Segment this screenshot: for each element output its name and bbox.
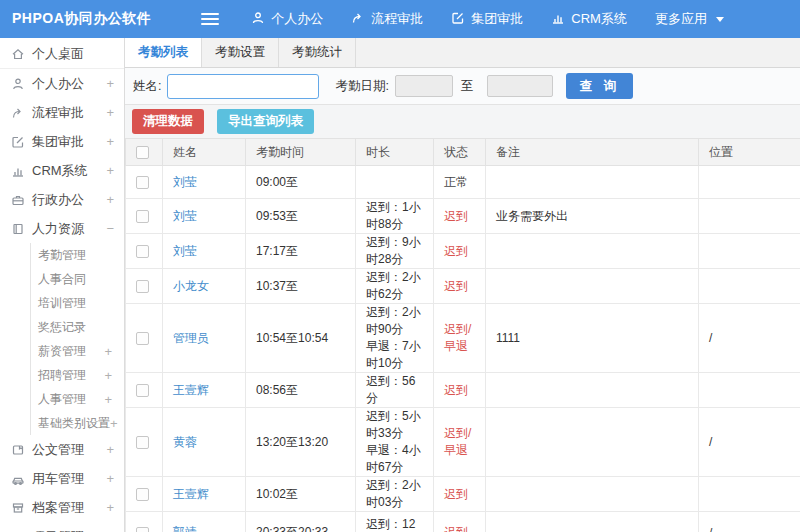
employee-name-link[interactable]: 刘莹 [173, 209, 197, 223]
chart-icon [11, 164, 25, 178]
status-badge: 迟到 [434, 269, 486, 304]
expand-toggle[interactable]: + [104, 392, 112, 407]
nav-group-approval[interactable]: 集团审批 [437, 0, 537, 38]
note-cell [486, 477, 699, 512]
table-row: 管理员 10:54至10:54 迟到：2小时90分早退：7小时10分 迟到/早退… [126, 304, 800, 373]
expand-toggle[interactable]: + [106, 105, 114, 120]
sidebar-item-salary-mgmt[interactable]: 薪资管理+ [31, 339, 124, 363]
clean-data-button[interactable]: 清理数据 [132, 109, 204, 134]
duration-cell: 迟到：56分 [356, 373, 434, 408]
row-checkbox[interactable] [136, 176, 149, 189]
expand-toggle[interactable]: + [104, 344, 112, 359]
nav-label: CRM系统 [571, 10, 627, 28]
expand-toggle[interactable]: + [106, 76, 114, 91]
employee-name-link[interactable]: 王壹辉 [173, 487, 209, 501]
expand-toggle[interactable]: + [106, 442, 114, 457]
col-header-status: 状态 [434, 139, 486, 166]
expand-toggle[interactable]: + [104, 368, 112, 383]
nav-process-approval[interactable]: 流程审批 [337, 0, 437, 38]
query-button[interactable]: 查 询 [566, 73, 632, 99]
nav-more-apps[interactable]: 更多应用 [641, 0, 738, 38]
duration-cell: 迟到：5小时33分早退：4小时67分 [356, 408, 434, 477]
share-icon [11, 106, 25, 120]
location-cell: / [699, 512, 800, 532]
row-checkbox[interactable] [136, 332, 149, 345]
sidebar-item-document-mgmt[interactable]: 公文管理 + [0, 435, 124, 464]
nav-personal-office[interactable]: 个人办公 [237, 0, 337, 38]
sidebar-item-personal-office[interactable]: 个人办公 + [0, 69, 124, 98]
employee-name-link[interactable]: 刘莹 [173, 175, 197, 189]
row-checkbox[interactable] [136, 280, 149, 293]
row-checkbox[interactable] [136, 436, 149, 449]
tab-attendance-stats[interactable]: 考勤统计 [279, 38, 356, 67]
col-header-location: 位置 [699, 139, 800, 166]
brand-logo[interactable]: PHPOA协同办公软件 [0, 10, 163, 28]
sidebar-item-attendance-mgmt[interactable]: 考勤管理 [31, 243, 124, 267]
date-from-input[interactable] [395, 75, 453, 97]
row-checkbox[interactable] [136, 384, 149, 397]
sidebar-item-base-category[interactable]: 基础类别设置+ [31, 411, 124, 435]
location-cell [699, 166, 800, 199]
sidebar-item-archive-mgmt[interactable]: 档案管理 + [0, 493, 124, 522]
sidebar-item-hr[interactable]: 人力资源 − [0, 214, 124, 243]
duration-cell [356, 166, 434, 199]
date-to-input[interactable] [487, 75, 553, 97]
sidebar-item-project-mgmt[interactable]: 项目管理 + [0, 522, 124, 532]
expand-toggle[interactable]: + [106, 192, 114, 207]
table-row: 王壹辉 08:56至 迟到：56分 迟到 [126, 373, 800, 408]
row-checkbox[interactable] [136, 488, 149, 501]
col-header-note: 备注 [486, 139, 699, 166]
expand-toggle[interactable]: + [106, 471, 114, 486]
col-header-time: 考勤时间 [246, 139, 356, 166]
status-badge: 迟到 [434, 477, 486, 512]
attendance-time: 20:33至20:33 [246, 512, 356, 532]
employee-name-link[interactable]: 刘莹 [173, 244, 197, 258]
user-icon [11, 77, 25, 91]
sidebar-item-recruit-mgmt[interactable]: 招聘管理+ [31, 363, 124, 387]
sidebar-item-admin-office[interactable]: 行政办公 + [0, 185, 124, 214]
sidebar-item-personal-desktop[interactable]: 个人桌面 [0, 40, 124, 69]
name-input[interactable] [167, 74, 319, 99]
attendance-time: 08:56至 [246, 373, 356, 408]
select-all-checkbox[interactable] [136, 146, 149, 159]
employee-name-link[interactable]: 管理员 [173, 331, 209, 345]
expand-toggle[interactable]: + [106, 500, 114, 515]
sidebar-item-label: 档案管理 [32, 499, 106, 517]
nav-crm-system[interactable]: CRM系统 [537, 0, 641, 38]
row-checkbox[interactable] [136, 527, 149, 532]
row-checkbox[interactable] [136, 245, 149, 258]
export-list-button[interactable]: 导出查询列表 [217, 109, 314, 134]
sidebar-item-hr-contract[interactable]: 人事合同 [31, 267, 124, 291]
tab-bar: 考勤列表 考勤设置 考勤统计 [125, 38, 800, 68]
employee-name-link[interactable]: 黄蓉 [173, 435, 197, 449]
sidebar-item-crm[interactable]: CRM系统 + [0, 156, 124, 185]
location-cell [699, 477, 800, 512]
employee-name-link[interactable]: 郭靖 [173, 525, 197, 532]
sidebar-item-process-approval[interactable]: 流程审批 + [0, 98, 124, 127]
expand-toggle[interactable]: + [110, 416, 118, 431]
tab-attendance-list[interactable]: 考勤列表 [125, 38, 202, 67]
expand-toggle[interactable]: − [106, 221, 114, 236]
attendance-time: 10:37至 [246, 269, 356, 304]
expand-toggle[interactable]: + [106, 163, 114, 178]
employee-name-link[interactable]: 小龙女 [173, 279, 209, 293]
sidebar-subgroup-hr: 考勤管理 人事合同 培训管理 奖惩记录 薪资管理+ 招聘管理+ 人事管理+ 基础… [30, 243, 124, 435]
book-icon [11, 222, 25, 236]
location-cell [699, 373, 800, 408]
expand-toggle[interactable]: + [106, 134, 114, 149]
sidebar-item-personnel-mgmt[interactable]: 人事管理+ [31, 387, 124, 411]
nav-label: 个人办公 [271, 10, 323, 28]
row-checkbox[interactable] [136, 210, 149, 223]
attendance-time: 09:00至 [246, 166, 356, 199]
tab-attendance-settings[interactable]: 考勤设置 [202, 38, 279, 67]
sidebar-item-group-approval[interactable]: 集团审批 + [0, 127, 124, 156]
name-label: 姓名: [133, 78, 161, 95]
sidebar-item-reward-punishment[interactable]: 奖惩记录 [31, 315, 124, 339]
status-badge: 迟到 [434, 234, 486, 269]
employee-name-link[interactable]: 王壹辉 [173, 383, 209, 397]
sidebar-item-vehicle-mgmt[interactable]: 用车管理 + [0, 464, 124, 493]
sidebar-item-training-mgmt[interactable]: 培训管理 [31, 291, 124, 315]
status-badge: 正常 [434, 166, 486, 199]
menu-toggle-icon[interactable] [201, 10, 219, 28]
attendance-time: 09:53至 [246, 199, 356, 234]
